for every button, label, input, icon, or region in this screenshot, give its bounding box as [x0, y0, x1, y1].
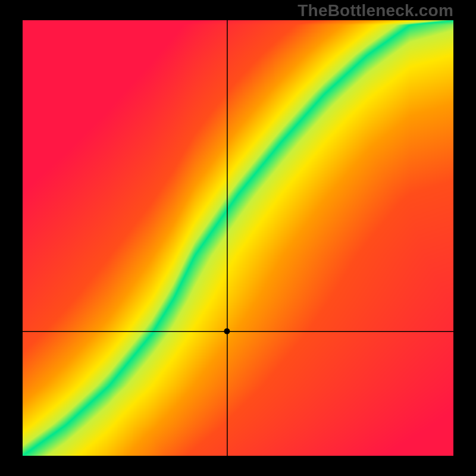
chart-frame: TheBottleneck.com — [0, 0, 476, 476]
watermark-text: TheBottleneck.com — [298, 1, 453, 20]
heatmap-canvas — [23, 20, 453, 456]
